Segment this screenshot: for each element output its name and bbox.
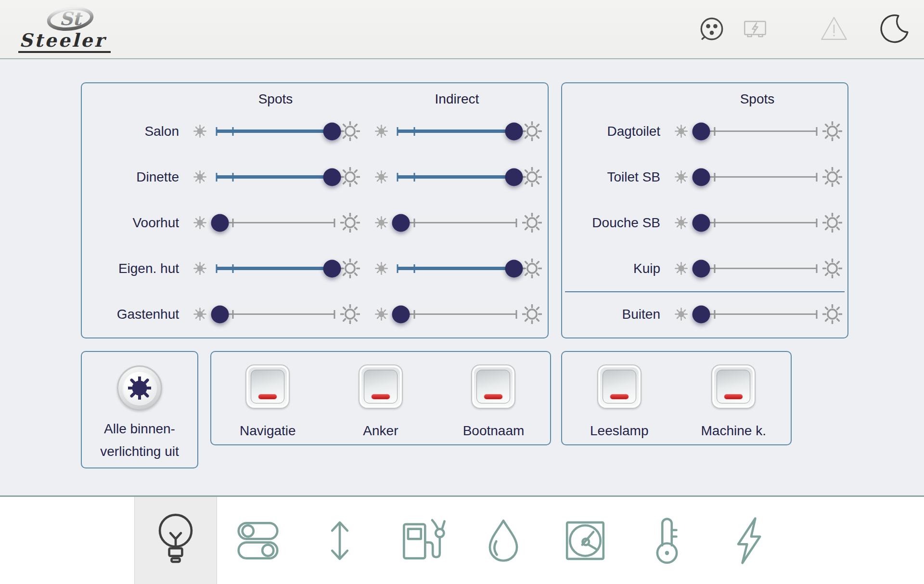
top-bar: St Steeler: [0, 0, 924, 59]
slider-gastenhut-indirect[interactable]: [398, 304, 516, 324]
toggle-leeslamp: Leeslamp: [562, 352, 677, 444]
nav-tab-switches[interactable]: [217, 497, 299, 584]
slider-thumb[interactable]: [693, 122, 710, 140]
slider-thumb[interactable]: [323, 168, 341, 186]
nav-tab-fuel[interactable]: [381, 497, 462, 584]
slider-buiten-spots[interactable]: [698, 304, 817, 324]
nav-tab-lights[interactable]: [134, 497, 217, 584]
slider-tick: [413, 310, 415, 319]
sun-bright-icon: [822, 259, 842, 278]
slider-kuip-spots[interactable]: [698, 259, 817, 279]
brand-emblem-text: St: [60, 8, 83, 29]
toggle-button-face: [476, 370, 510, 403]
light-row-voorhut: Voorhut: [82, 200, 548, 246]
slider-thumb[interactable]: [211, 305, 229, 323]
slider-toilet-sb-spots[interactable]: [698, 167, 817, 187]
nav-tab-fan[interactable]: [544, 497, 626, 584]
sun-bright-icon: [822, 167, 842, 187]
nav-tab-power[interactable]: [708, 497, 790, 584]
slider-tick: [397, 127, 398, 136]
slider-thumb[interactable]: [505, 168, 523, 186]
slider-tick: [397, 264, 398, 273]
slider-thumb[interactable]: [505, 260, 523, 277]
light-row-toilet-sb: Toilet SB: [562, 154, 847, 200]
sun-dim-icon: [675, 125, 688, 138]
sun-bright-icon: [340, 213, 360, 233]
inverter-charger-icon: [739, 14, 771, 44]
slider-thumb[interactable]: [211, 214, 229, 232]
slider-dinette-indirect[interactable]: [398, 167, 516, 187]
slider-tick: [413, 173, 415, 182]
brand-emblem-icon: St: [45, 6, 95, 32]
slider-thumb[interactable]: [392, 305, 410, 323]
slider-thumb[interactable]: [693, 168, 710, 186]
shore-power-icon: [697, 14, 727, 44]
sun-dim-icon: [675, 216, 688, 229]
slider-gastenhut-spots[interactable]: [217, 304, 334, 324]
light-row-kuip: Kuip: [562, 246, 847, 291]
column-header-spots: Spots: [698, 91, 817, 107]
slider-voorhut-spots[interactable]: [217, 213, 334, 233]
toggle-button-face: [364, 370, 398, 403]
toggle-button-machine-k[interactable]: [711, 364, 756, 409]
toggle-button-navigatie[interactable]: [245, 364, 290, 409]
misc-light-buttons-panel: Leeslamp Machine k.: [561, 351, 792, 445]
slider-thumb[interactable]: [693, 305, 710, 323]
slider-douche-sb-spots[interactable]: [698, 213, 817, 233]
interior-lighting-panel: Spots Indirect Salon Dinette: [81, 82, 549, 338]
thermometer-icon: [638, 511, 696, 570]
sun-bright-icon: [340, 304, 360, 324]
sun-bright-icon: [340, 121, 360, 141]
slider-dagtoilet-spots[interactable]: [698, 121, 817, 142]
all-lights-off-button[interactable]: [117, 365, 162, 411]
slider-thumb[interactable]: [323, 260, 341, 277]
column-header-indirect: Indirect: [398, 91, 516, 107]
sun-dim-icon: [193, 308, 206, 321]
slider-eigen-hut-spots[interactable]: [217, 259, 334, 279]
slider-eigen-hut-indirect[interactable]: [398, 259, 516, 279]
sun-dim-icon: [675, 170, 688, 183]
slider-dinette-spots[interactable]: [217, 167, 334, 187]
sun-bright-icon: [522, 259, 542, 278]
other-lighting-panel: Spots Dagtoilet Toilet SB Douche SB Kui: [561, 82, 848, 338]
toggle-switches-icon: [229, 511, 287, 570]
sun-bright-icon: [822, 213, 842, 233]
toggle-button-leeslamp[interactable]: [597, 364, 642, 409]
sun-dim-icon: [193, 125, 206, 138]
toggle-label: Anker: [363, 423, 398, 439]
nav-tab-water[interactable]: [462, 497, 544, 584]
light-row-salon: Salon: [82, 108, 548, 154]
light-row-label: Dagtoilet: [562, 124, 664, 139]
slider-salon-indirect[interactable]: [398, 121, 516, 142]
all-lights-off-label-line2: verlichting uit: [82, 440, 197, 463]
up-down-arrow-icon: [310, 511, 369, 570]
slider-thumb[interactable]: [392, 214, 410, 232]
slider-thumb[interactable]: [505, 122, 523, 140]
sun-dim-icon: [675, 308, 688, 321]
toggle-button-anker[interactable]: [359, 364, 403, 409]
toggle-button-face: [251, 370, 284, 403]
slider-salon-spots[interactable]: [217, 121, 334, 142]
bottom-navigation-bar: [0, 495, 924, 584]
water-drop-icon: [474, 511, 533, 570]
slider-track-line: [698, 268, 817, 269]
toggle-button-face: [603, 370, 636, 403]
sun-dim-icon: [193, 262, 206, 275]
slider-tick: [413, 219, 415, 227]
nav-tab-temperature[interactable]: [626, 497, 708, 584]
slider-track-line: [398, 313, 516, 315]
nav-tab-trim[interactable]: [299, 497, 381, 584]
slider-track-line: [698, 130, 817, 132]
sun-bright-icon: [522, 213, 542, 233]
slider-tick: [714, 264, 715, 273]
sun-dim-icon: [375, 262, 388, 275]
slider-tick: [413, 264, 415, 273]
toggle-button-bootnaam[interactable]: [471, 364, 515, 409]
slider-thumb[interactable]: [323, 122, 341, 140]
slider-tick: [816, 219, 818, 227]
night-mode-moon-icon[interactable]: [878, 13, 911, 45]
slider-voorhut-indirect[interactable]: [398, 213, 516, 233]
slider-thumb[interactable]: [693, 260, 710, 277]
slider-thumb[interactable]: [693, 214, 710, 232]
toggle-label: Navigatie: [240, 423, 296, 439]
